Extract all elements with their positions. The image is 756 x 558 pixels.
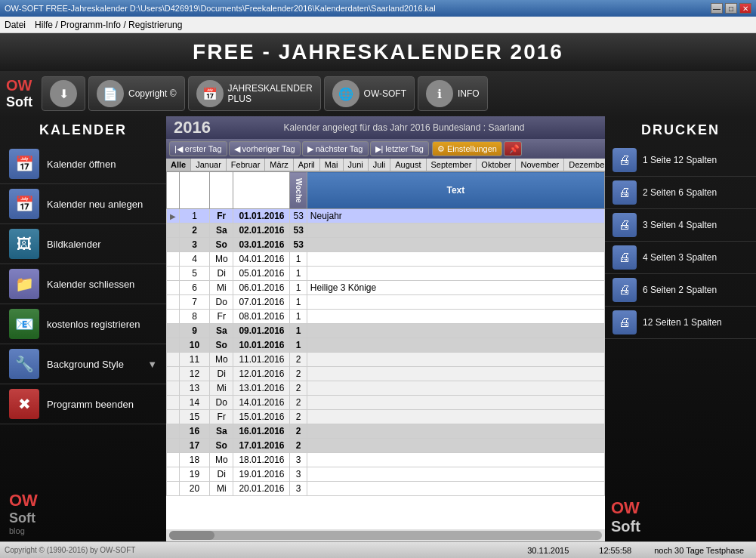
- print-btn-6[interactable]: 🖨 12 Seiten 1 Spalten: [605, 307, 756, 339]
- scrollbar-thumb[interactable]: [169, 531, 214, 540]
- cell-week: 1: [290, 324, 307, 338]
- calendar-open-icon: 📅: [9, 149, 39, 179]
- print-btn-5[interactable]: 🖨 6 Seiten 2 Spalten: [605, 274, 756, 307]
- tab-dezember[interactable]: Dezember: [564, 159, 605, 171]
- jahreskalender-button[interactable]: 📅 JAHRESKALENDER PLUS: [188, 76, 321, 111]
- table-row[interactable]: ▶1Fr01.01.201653Neujahr: [167, 209, 605, 224]
- print-btn-2[interactable]: 🖨 2 Seiten 6 Spalten: [605, 177, 756, 209]
- pin-button[interactable]: 📌: [504, 141, 522, 156]
- tab-alle[interactable]: Alle: [166, 159, 191, 171]
- table-row[interactable]: 15Fr15.01.20162: [167, 410, 605, 424]
- table-row[interactable]: 11Mo11.01.20162: [167, 353, 605, 367]
- right-logo-soft: Soft: [611, 518, 640, 535]
- tab-april[interactable]: April: [294, 159, 320, 171]
- print-btn-3[interactable]: 🖨 3 Seiten 4 Spalten: [605, 209, 756, 242]
- cell-day: Fr: [210, 209, 233, 224]
- horizontal-scrollbar[interactable]: [166, 529, 605, 541]
- sidebar-item-background-style[interactable]: 🔧 Background Style ▼: [0, 344, 166, 384]
- cell-week: 53: [290, 238, 307, 252]
- maximize-button[interactable]: □: [725, 3, 737, 14]
- table-row[interactable]: 4Mo04.01.20161: [167, 252, 605, 267]
- cell-text: [307, 410, 604, 424]
- table-row[interactable]: 20Mi20.01.20163: [167, 482, 605, 496]
- print-btn-4[interactable]: 🖨 4 Seiten 3 Spalten: [605, 242, 756, 274]
- cell-date: 01.01.2016: [233, 209, 290, 224]
- cell-nr: 3: [180, 238, 210, 252]
- table-row[interactable]: 2Sa02.01.201653: [167, 224, 605, 238]
- sidebar-item-kalender-neu[interactable]: 📅 Kalender neu anlegen: [0, 184, 166, 224]
- info-button[interactable]: ℹ INFO: [418, 76, 488, 111]
- close-button[interactable]: ✕: [739, 3, 751, 14]
- table-row[interactable]: 3So03.01.201653: [167, 238, 605, 252]
- tab-august[interactable]: August: [390, 159, 426, 171]
- row-arrow: [167, 338, 180, 353]
- tab-juni[interactable]: Juni: [344, 159, 369, 171]
- right-sidebar-title: DRUCKEN: [605, 116, 756, 144]
- table-row[interactable]: 5Di05.01.20161: [167, 267, 605, 281]
- table-row[interactable]: 7Do07.01.20161: [167, 295, 605, 310]
- minimize-button[interactable]: —: [711, 3, 723, 14]
- copyright-button[interactable]: 📄 Copyright ©: [88, 76, 185, 111]
- sidebar-item-programm-beenden[interactable]: ✖ Programm beenden: [0, 384, 166, 424]
- cell-text: Heilige 3 Könige: [307, 281, 604, 295]
- row-arrow: ▶: [167, 209, 180, 224]
- tab-november[interactable]: November: [516, 159, 564, 171]
- cell-text: [307, 338, 604, 353]
- sidebar-item-bildkalender[interactable]: 🖼 Bildkalender: [0, 224, 166, 264]
- table-row[interactable]: 16Sa16.01.20162: [167, 424, 605, 439]
- tab-januar[interactable]: Januar: [191, 159, 227, 171]
- cell-nr: 1: [180, 209, 210, 224]
- print-label-4: 4 Seiten 3 Spalten: [643, 252, 717, 263]
- table-row[interactable]: 13Mi13.01.20162: [167, 381, 605, 396]
- cell-text: [307, 310, 604, 324]
- jahres-icon: 📅: [196, 80, 224, 107]
- naechster-tag-button[interactable]: ▶ nächster Tag: [302, 141, 369, 156]
- table-row[interactable]: 19Di19.01.20163: [167, 467, 605, 482]
- print-icon-1: 🖨: [613, 148, 637, 172]
- cell-nr: 12: [180, 367, 210, 381]
- table-row[interactable]: 9Sa09.01.20161: [167, 324, 605, 338]
- sidebar-title: KALENDER: [0, 116, 166, 144]
- cell-day: Do: [210, 396, 233, 410]
- tab-mai[interactable]: Mai: [320, 159, 344, 171]
- table-row[interactable]: 14Do14.01.20162: [167, 396, 605, 410]
- calendar-table-container[interactable]: Tag im Jahr Tag Datum Woche Text: [166, 171, 605, 529]
- sidebar-item-registrieren[interactable]: 📧 kostenlos registrieren: [0, 304, 166, 344]
- print-icon-6: 🖨: [613, 310, 637, 334]
- cell-date: 11.01.2016: [233, 353, 290, 367]
- th-datum: Datum: [233, 172, 290, 209]
- table-row[interactable]: 12Di12.01.20162: [167, 367, 605, 381]
- cell-date: 16.01.2016: [233, 424, 290, 439]
- scrollbar-track[interactable]: [169, 531, 602, 540]
- menu-hilfe[interactable]: Hilfe / Programm-Info / Registrierung: [35, 20, 182, 30]
- cell-week: 2: [290, 381, 307, 396]
- toolbar: OW Soft ⬇ 📄 Copyright © 📅 JAHRESKALENDER…: [0, 71, 756, 116]
- table-row[interactable]: 10So10.01.20161: [167, 338, 605, 353]
- tab-juli[interactable]: Juli: [369, 159, 391, 171]
- owsoft-button[interactable]: 🌐 OW-SOFT: [324, 76, 415, 111]
- cell-day: Sa: [210, 224, 233, 238]
- letzter-tag-button[interactable]: ▶| letzter Tag: [370, 141, 429, 156]
- tab-oktober[interactable]: Oktober: [477, 159, 516, 171]
- register-icon: 📧: [9, 309, 39, 339]
- cell-nr: 11: [180, 353, 210, 367]
- table-row[interactable]: 8Fr08.01.20161: [167, 310, 605, 324]
- tab-maerz[interactable]: März: [265, 159, 293, 171]
- vorheriger-tag-button[interactable]: ◀ vorheriger Tag: [229, 141, 301, 156]
- sidebar-item-kalender-oeffnen[interactable]: 📅 Kalender öffnen: [0, 144, 166, 184]
- tab-februar[interactable]: Februar: [227, 159, 266, 171]
- download-button[interactable]: ⬇: [42, 76, 85, 111]
- cell-date: 17.01.2016: [233, 439, 290, 453]
- print-btn-1[interactable]: 🖨 1 Seite 12 Spalten: [605, 144, 756, 177]
- sidebar-item-kalender-schliessen[interactable]: 📁 Kalender schliessen: [0, 264, 166, 304]
- table-row[interactable]: 18Mo18.01.20163: [167, 453, 605, 467]
- calendar-area: 2016 Kalender angelegt für das Jahr 2016…: [166, 116, 605, 541]
- erster-tag-button[interactable]: |◀ erster Tag: [169, 141, 227, 156]
- table-row[interactable]: 17So17.01.20162: [167, 439, 605, 453]
- bg-arrow-icon: ▼: [147, 359, 157, 370]
- cell-text: [307, 353, 604, 367]
- table-row[interactable]: 6Mi06.01.20161Heilige 3 Könige: [167, 281, 605, 295]
- tab-september[interactable]: September: [427, 159, 477, 171]
- menu-datei[interactable]: Datei: [5, 20, 26, 30]
- einstellungen-button[interactable]: ⚙ Einstellungen: [432, 141, 502, 156]
